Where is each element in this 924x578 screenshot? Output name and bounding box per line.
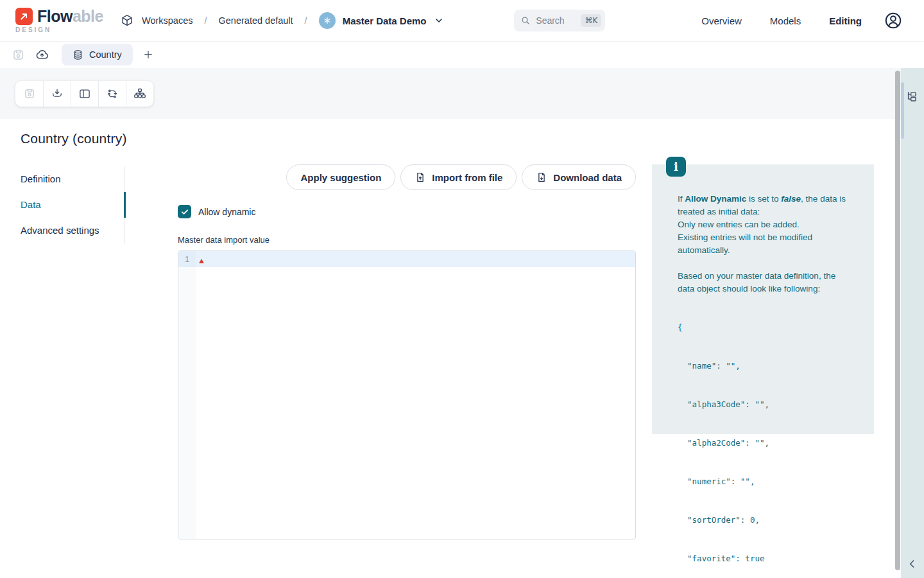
info-paragraph-2: Based on your master data definition, th… xyxy=(678,270,846,295)
user-icon xyxy=(884,11,903,30)
tree-structure-icon xyxy=(905,90,920,104)
breadcrumb-separator: / xyxy=(301,15,311,26)
info-paragraph-1: If Allow Dynamic is set to false, the da… xyxy=(678,193,846,257)
publish-cloud-button[interactable] xyxy=(35,48,49,62)
nav-editing[interactable]: Editing xyxy=(829,15,862,26)
vertical-scrollbar-thumb[interactable] xyxy=(895,71,900,570)
subnav-data[interactable]: Data xyxy=(21,192,124,218)
active-tab-indicator xyxy=(124,192,126,218)
model-tree-button[interactable] xyxy=(905,90,920,104)
add-tab-button[interactable] xyxy=(142,49,154,60)
chevron-down-icon xyxy=(434,15,444,26)
allow-dynamic-checkbox[interactable] xyxy=(178,205,191,218)
apply-suggestion-button[interactable]: Apply suggestion xyxy=(286,164,395,190)
editor-active-line-overlay xyxy=(178,251,635,267)
info-panel: i If Allow Dynamic is set to false, the … xyxy=(652,164,874,434)
toolbar-save-button[interactable] xyxy=(15,81,43,107)
right-side-strip xyxy=(901,68,924,578)
toolbar-sync-button[interactable] xyxy=(98,81,126,107)
subnav-definition[interactable]: Definition xyxy=(21,166,124,192)
info-panel-text: If Allow Dynamic is set to false, the da… xyxy=(652,164,874,578)
flowable-logo-icon xyxy=(15,8,33,25)
save-model-button[interactable] xyxy=(12,48,25,62)
info-icon: i xyxy=(666,157,686,177)
toolbar-hierarchy-button[interactable] xyxy=(126,81,153,107)
import-from-file-button[interactable]: Import from file xyxy=(400,164,517,190)
search-placeholder: Search xyxy=(536,15,576,26)
database-icon xyxy=(73,49,83,60)
editor-line-number: 1 xyxy=(178,254,196,264)
page-title: Country (country) xyxy=(21,131,127,146)
toolbar-import-button[interactable] xyxy=(43,81,71,107)
example-json-block: { "name": "", "alpha3Code": "", "alpha2C… xyxy=(678,295,846,578)
toolbar-split-view-button[interactable] xyxy=(71,81,98,107)
flowable-logo[interactable]: Flowable DESIGN xyxy=(15,8,103,33)
allow-dynamic-label: Allow dynamic xyxy=(198,207,255,217)
app-avatar xyxy=(319,12,336,29)
download-data-label: Download data xyxy=(553,172,622,183)
data-actions: Apply suggestion Import from file Downlo… xyxy=(178,164,636,190)
breadcrumb-separator: / xyxy=(200,15,210,26)
master-data-import-editor[interactable]: 1 xyxy=(178,250,636,539)
error-marker-icon xyxy=(199,259,204,263)
breadcrumb-workspaces[interactable]: Workspaces xyxy=(142,15,193,26)
editor-gutter xyxy=(178,251,196,539)
settings-subnav: Definition Data Advanced settings xyxy=(21,166,125,243)
tab-country[interactable]: Country xyxy=(62,44,133,66)
editor-toolbar xyxy=(15,81,153,107)
app-name: Master Data Demo xyxy=(343,15,427,26)
file-download-icon xyxy=(536,171,547,183)
app-header: Flowable DESIGN Workspaces / Generated d… xyxy=(0,0,924,41)
file-upload-icon xyxy=(415,171,426,183)
search-shortcut-badge: ⌘K xyxy=(581,14,601,27)
nav-models[interactable]: Models xyxy=(770,15,801,26)
tab-bar: Country xyxy=(0,41,924,68)
tab-label: Country xyxy=(89,49,122,60)
allow-dynamic-row: Allow dynamic xyxy=(178,205,255,218)
download-data-button[interactable]: Download data xyxy=(522,164,636,190)
workspace-cube-icon xyxy=(120,13,134,28)
brand-text: Flowable xyxy=(37,8,103,24)
search-icon xyxy=(520,15,531,26)
breadcrumb: Workspaces / Generated default / Master … xyxy=(120,12,444,29)
chevron-left-icon xyxy=(906,557,919,570)
search-input[interactable]: Search ⌘K xyxy=(514,10,605,31)
nav-overview[interactable]: Overview xyxy=(701,15,742,26)
breadcrumb-project[interactable]: Generated default xyxy=(219,15,293,26)
top-nav: Overview Models Editing xyxy=(701,15,862,26)
brand-subtitle: DESIGN xyxy=(15,26,103,33)
apply-suggestion-label: Apply suggestion xyxy=(300,172,381,183)
user-avatar-button[interactable] xyxy=(884,11,903,30)
subnav-advanced-settings[interactable]: Advanced settings xyxy=(21,218,124,243)
strip-scrollbar-thumb[interactable] xyxy=(901,82,904,139)
check-icon xyxy=(180,207,189,216)
import-value-label: Master data import value xyxy=(178,235,270,245)
import-from-file-label: Import from file xyxy=(432,172,502,183)
expand-panel-button[interactable] xyxy=(906,557,919,570)
app-selector[interactable]: Master Data Demo xyxy=(319,12,444,29)
